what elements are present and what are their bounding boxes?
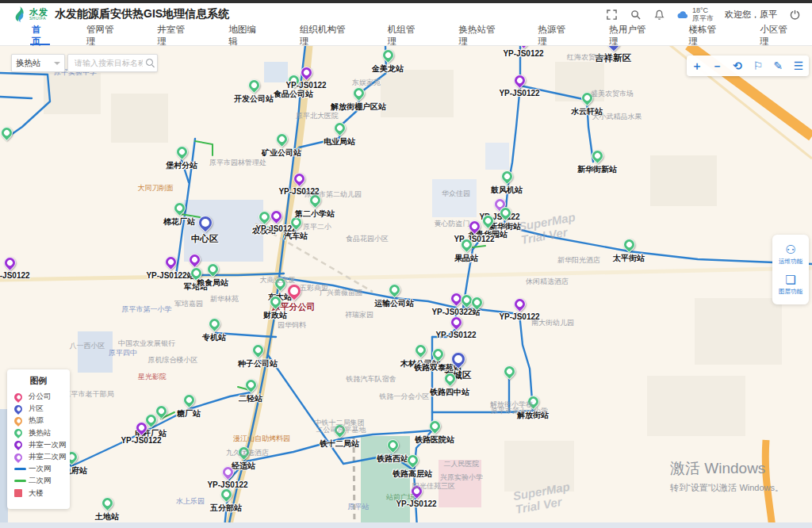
marker-station[interactable] — [504, 365, 514, 376]
marker-铁十二局站[interactable] — [334, 424, 344, 434]
marker-二轻站[interactable] — [245, 379, 255, 389]
marker-永贵华园站[interactable] — [482, 215, 492, 225]
cloud-icon — [676, 10, 689, 19]
layers-tool-button[interactable]: ❏图层功能 — [772, 270, 809, 300]
fullscreen-icon[interactable] — [605, 8, 618, 21]
marker-原平分公司[interactable] — [287, 284, 300, 297]
marker-YP-JS0122[interactable] — [4, 257, 14, 267]
maintenance-tool-button[interactable]: ⚇运维功能 — [772, 239, 809, 270]
marker-食品公司站[interactable] — [288, 75, 298, 85]
marker-五分部站[interactable] — [220, 488, 231, 499]
tab-楼栋管理[interactable]: 楼栋管理 — [670, 25, 741, 45]
marker-专机站[interactable] — [209, 318, 219, 328]
marker-经适站[interactable] — [238, 446, 248, 457]
marker-鼓风机站[interactable] — [501, 170, 511, 181]
search-input[interactable] — [73, 55, 144, 71]
map-canvas[interactable] — [0, 46, 812, 528]
marker-汽车站[interactable] — [290, 216, 301, 227]
temperature: 18°C — [692, 6, 714, 14]
marker-YP-JS0122[interactable] — [514, 298, 524, 308]
marker-铁路高层站[interactable] — [407, 454, 417, 465]
marker-YP-JS0122[interactable] — [411, 485, 421, 495]
marker-种子公司站[interactable] — [252, 344, 262, 354]
marker-太平街站[interactable] — [623, 239, 634, 249]
marker-YP-JS0122[interactable] — [136, 422, 146, 432]
marker-电业局站[interactable] — [334, 122, 344, 132]
marker-station[interactable] — [461, 294, 471, 304]
marker-东大站[interactable] — [274, 277, 285, 288]
tab-热源管理[interactable]: 热源管理 — [519, 25, 591, 45]
map-block — [44, 73, 101, 114]
marker-矿业公司站[interactable] — [276, 133, 286, 143]
marker-堡村分站[interactable] — [176, 146, 186, 156]
tab-组织机构管理[interactable]: 组织机构管理 — [281, 25, 369, 45]
marker-水云轩站[interactable] — [581, 92, 592, 102]
app-window: 水发 SHUIFA 水发能源盾安供热GIS地理信息系统 — [0, 0, 812, 528]
marker-well1[interactable] — [189, 254, 199, 264]
bell-icon[interactable] — [653, 8, 665, 21]
search-icon[interactable] — [629, 8, 642, 21]
marker-土地站[interactable] — [102, 497, 112, 507]
marker-新华街站[interactable] — [500, 207, 510, 217]
marker-粮食局站[interactable] — [207, 263, 217, 274]
marker-解放街站[interactable] — [527, 396, 538, 406]
marker-YP-JS0122[interactable] — [450, 316, 461, 327]
logout-icon[interactable] — [788, 8, 801, 21]
tab-首页[interactable]: 首页 — [13, 25, 67, 45]
marker-station[interactable] — [1, 127, 11, 137]
marker-新华街新站[interactable] — [592, 150, 602, 160]
marker-station[interactable] — [471, 297, 481, 307]
marker-YP-JS0122[interactable] — [514, 75, 524, 85]
marker-中心区[interactable] — [198, 216, 211, 228]
marker-解放街棚户区站[interactable] — [353, 87, 363, 98]
tab-换热站管理[interactable]: 换热站管理 — [439, 25, 519, 45]
zoom-in-button[interactable]: ＋ — [689, 60, 705, 71]
people-icon: ⚇ — [785, 243, 795, 255]
layers-icon: ❏ — [785, 274, 795, 285]
maintenance-tool-button-label: 运维功能 — [779, 258, 802, 266]
tab-管网管理[interactable]: 管网管理 — [67, 25, 139, 45]
legend-pin-icon — [14, 453, 29, 461]
marker-运输公司站[interactable] — [389, 284, 399, 294]
draw-button[interactable]: ✎ — [770, 60, 786, 71]
marker-开发公司站[interactable] — [248, 79, 259, 90]
marker-YP-JS0122[interactable] — [222, 466, 232, 476]
layer-settings-button[interactable]: ☰ — [791, 60, 806, 71]
marker-YP-JS0122站[interactable] — [165, 256, 175, 266]
marker-东城区[interactable] — [451, 352, 464, 365]
marker-铁路西站[interactable] — [387, 439, 397, 450]
logo-text: 水发 SHUIFA — [29, 8, 48, 21]
tab-热用户管理[interactable]: 热用户管理 — [590, 25, 669, 45]
marker-电杆厂站[interactable] — [145, 414, 155, 424]
search-type-dropdown[interactable]: 换热站 — [11, 54, 65, 72]
reset-view-button[interactable]: ⟲ — [730, 60, 745, 71]
tab-小区管理[interactable]: 小区管理 — [741, 25, 812, 45]
tab-机组管理[interactable]: 机组管理 — [369, 25, 440, 45]
marker-果品站[interactable] — [461, 239, 471, 249]
tab-地图编辑[interactable]: 地图编辑 — [209, 25, 281, 45]
marker-YP-JS0122[interactable] — [301, 67, 311, 77]
marker-铁路医院站[interactable] — [429, 420, 439, 430]
marker-农校站[interactable] — [259, 211, 269, 221]
marker-铁路四中站[interactable] — [444, 373, 454, 383]
zoom-out-button[interactable]: － — [709, 60, 725, 71]
marker-station[interactable] — [155, 405, 166, 415]
measure-button[interactable]: ⚐ — [750, 60, 766, 71]
legend-label: 换热站 — [29, 428, 52, 438]
marker-木材公司站[interactable] — [415, 344, 425, 354]
marker-YP-JS0122[interactable] — [469, 220, 479, 231]
marker-财政站[interactable] — [270, 296, 280, 306]
marker-糖厂站[interactable] — [183, 394, 193, 404]
marker-金美龙站[interactable] — [382, 49, 393, 59]
tab-井室管理[interactable]: 井室管理 — [139, 25, 210, 45]
marker-YP-JS0122[interactable] — [270, 210, 281, 220]
marker-棉花厂站[interactable] — [174, 202, 184, 212]
marker-军培站[interactable] — [190, 267, 201, 277]
marker-第二小学站[interactable] — [309, 194, 320, 205]
marker-YP-JS0322站[interactable] — [450, 293, 461, 303]
legend-item-大楼: 大楼 — [14, 488, 70, 499]
marker-铁路双泰苑站[interactable] — [432, 348, 442, 358]
legend-title: 图例 — [7, 375, 70, 387]
marker-YP-JS0122[interactable] — [293, 173, 304, 183]
search-submit-icon[interactable] — [146, 59, 153, 66]
